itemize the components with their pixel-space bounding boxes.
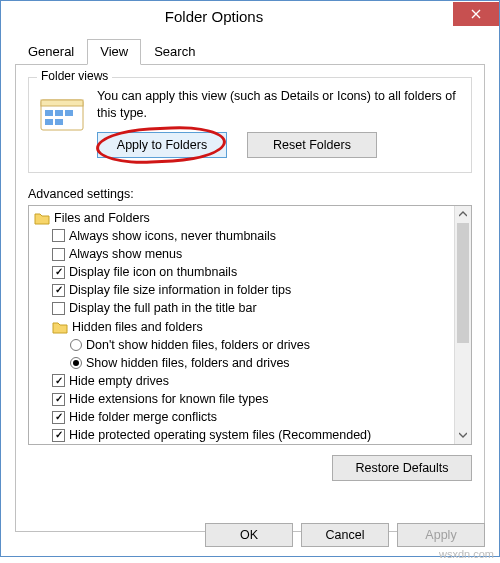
item-label: Hide empty drives (69, 372, 169, 390)
tab-search[interactable]: Search (141, 39, 208, 65)
tab-strip: General View Search (15, 39, 485, 65)
tab-general[interactable]: General (15, 39, 87, 65)
restore-row: Restore Defaults (28, 455, 472, 481)
checkbox[interactable] (52, 266, 65, 279)
item-label: Hide extensions for known file types (69, 390, 268, 408)
apply-to-folders-button[interactable]: Apply to Folders (97, 132, 227, 158)
chevron-down-icon (459, 432, 467, 438)
svg-rect-4 (65, 110, 73, 116)
list-item[interactable]: Hide empty drives (32, 372, 451, 390)
item-label: Hide folder merge conflicts (69, 408, 217, 426)
folder-views-desc: You can apply this view (such as Details… (97, 88, 461, 122)
item-label: Always show menus (69, 245, 182, 263)
scrollbar[interactable] (454, 206, 471, 444)
cancel-button[interactable]: Cancel (301, 523, 389, 547)
advanced-settings-label: Advanced settings: (28, 187, 472, 201)
item-label: Always show icons, never thumbnails (69, 227, 276, 245)
svg-rect-2 (45, 110, 53, 116)
radio[interactable] (70, 357, 82, 369)
folder-icon (34, 211, 50, 225)
svg-rect-3 (55, 110, 63, 116)
folder-views-text: You can apply this view (such as Details… (97, 88, 461, 158)
list-item[interactable]: Always show menus (32, 245, 451, 263)
folder-views-row: You can apply this view (such as Details… (39, 88, 461, 158)
checkbox[interactable] (52, 229, 65, 242)
titlebar: Folder Options (1, 1, 499, 31)
apply-to-folders-label: Apply to Folders (117, 138, 207, 152)
list-item[interactable]: Display file icon on thumbnails (32, 263, 451, 281)
list-item[interactable]: Display the full path in the title bar (32, 299, 451, 317)
tree-content: Files and Folders Always show icons, nev… (29, 206, 454, 444)
folder-views-group: Folder views You can apply this view (su… (28, 77, 472, 173)
tree-root-label: Files and Folders (54, 209, 150, 227)
list-item[interactable]: Hide protected operating system files (R… (32, 426, 451, 444)
tab-view[interactable]: View (87, 39, 141, 65)
reset-folders-button[interactable]: Reset Folders (247, 132, 377, 158)
folder-views-label: Folder views (37, 69, 112, 83)
folder-icon (39, 94, 85, 134)
close-button[interactable] (453, 2, 499, 26)
svg-rect-1 (41, 100, 83, 106)
item-label: Display file size information in folder … (69, 281, 291, 299)
item-label: Display the full path in the title bar (69, 299, 257, 317)
checkbox[interactable] (52, 284, 65, 297)
content-area: General View Search Folder views (1, 31, 499, 544)
tree-root: Files and Folders (32, 209, 451, 227)
radio[interactable] (70, 339, 82, 351)
list-item[interactable]: Display file size information in folder … (32, 281, 451, 299)
list-item[interactable]: Hide extensions for known file types (32, 390, 451, 408)
checkbox[interactable] (52, 248, 65, 261)
svg-rect-5 (45, 119, 53, 125)
checkbox[interactable] (52, 374, 65, 387)
item-label: Show hidden files, folders and drives (86, 354, 290, 372)
ok-button[interactable]: OK (205, 523, 293, 547)
scroll-up-button[interactable] (455, 206, 471, 223)
item-label: Hide protected operating system files (R… (69, 426, 371, 444)
restore-defaults-button[interactable]: Restore Defaults (332, 455, 472, 481)
tab-body: Folder views You can apply this view (su… (15, 65, 485, 532)
scroll-track[interactable] (455, 223, 471, 427)
scroll-down-button[interactable] (455, 427, 471, 444)
window-title: Folder Options (15, 8, 453, 25)
checkbox[interactable] (52, 429, 65, 442)
tree-subfolder: Hidden files and folders (32, 318, 451, 336)
watermark: wsxdn.com (439, 548, 494, 560)
item-label: Hidden files and folders (72, 318, 203, 336)
checkbox[interactable] (52, 302, 65, 315)
chevron-up-icon (459, 211, 467, 217)
item-label: Don't show hidden files, folders or driv… (86, 336, 310, 354)
folder-options-window: Folder Options General View Search Folde… (0, 0, 500, 557)
apply-button[interactable]: Apply (397, 523, 485, 547)
scroll-thumb[interactable] (457, 223, 469, 343)
checkbox[interactable] (52, 393, 65, 406)
list-item[interactable]: Don't show hidden files, folders or driv… (32, 336, 451, 354)
svg-rect-6 (55, 119, 63, 125)
close-icon (471, 9, 481, 19)
checkbox[interactable] (52, 411, 65, 424)
item-label: Display file icon on thumbnails (69, 263, 237, 281)
folder-icon (52, 320, 68, 334)
list-item[interactable]: Show hidden files, folders and drives (32, 354, 451, 372)
list-item[interactable]: Always show icons, never thumbnails (32, 227, 451, 245)
list-item[interactable]: Hide folder merge conflicts (32, 408, 451, 426)
advanced-settings-tree: Files and Folders Always show icons, nev… (28, 205, 472, 445)
